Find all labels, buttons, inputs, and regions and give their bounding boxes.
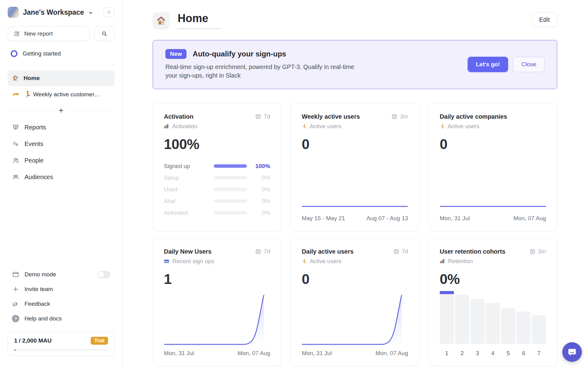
help-docs-item[interactable]: ? Help and docs (8, 311, 115, 326)
funnel-step-pct: 100% (247, 163, 270, 170)
demo-mode-item[interactable]: Demo mode (8, 267, 115, 282)
browser-window-icon (12, 271, 19, 278)
funnel-step-label: Signed up (164, 163, 214, 170)
edit-button[interactable]: Edit (532, 12, 557, 27)
funnel-bar (214, 188, 247, 191)
cohort-label: 4 (486, 350, 500, 357)
banner-title: Auto-qualify your sign-ups (193, 50, 286, 58)
feedback-item[interactable]: Feedback (8, 297, 115, 311)
sidebar-item-events[interactable]: Events (8, 136, 115, 152)
runner-icon (302, 259, 307, 264)
activation-funnel: Signed up100%Setup0%Used0%Aha!0%Activate… (164, 163, 270, 216)
funnel-step-label: Aha! (164, 198, 214, 205)
cohort-bar[interactable] (501, 308, 515, 344)
card-subtitle: Active users (302, 258, 408, 265)
spike-line-chart: Mon, 31 Jul Mon, 07 Aug (164, 294, 270, 357)
workspace-switcher[interactable]: Jane's Workspace (8, 7, 115, 18)
search-button[interactable] (94, 26, 115, 41)
page-title[interactable]: Home (178, 12, 221, 25)
new-button-icon: NEW (164, 259, 169, 264)
cohort-label: 3 (470, 350, 484, 357)
add-report-button[interactable]: + (8, 106, 115, 115)
cursor-click-icon (12, 140, 19, 148)
sidebar-item-pinned-report[interactable]: 🏃 Weekly active customer… (8, 86, 115, 102)
cohort-bar[interactable] (440, 291, 454, 344)
sidebar-item-audiences[interactable]: Audiences (8, 169, 115, 185)
calendar-icon (530, 248, 536, 255)
cohort-label: 7 (532, 350, 546, 357)
cohort-label: 6 (517, 350, 531, 357)
help-docs-label: Help and docs (24, 315, 62, 322)
workspace-name: Jane's Workspace (23, 8, 84, 17)
card-daily-new-users[interactable]: Daily New Users 7d NEW Recent sign ups 1 (153, 238, 281, 366)
sidebar-item-reports[interactable]: Reports (8, 119, 115, 136)
x-axis-start: Mon, 31 Jul (164, 350, 194, 357)
invite-team-label: Invite team (24, 286, 53, 293)
getting-started-item[interactable]: Getting started (8, 50, 115, 57)
card-subtitle: Activation (164, 123, 270, 130)
card-subtitle: Active users (302, 123, 408, 130)
funnel-row: Aha!0% (164, 198, 270, 205)
x-axis-end: Aug 07 - Aug 13 (366, 215, 408, 222)
new-badge: New (165, 49, 187, 59)
calendar-icon (393, 248, 399, 255)
invite-team-item[interactable]: Invite team (8, 282, 115, 297)
workspace-avatar (8, 7, 19, 18)
user-group-icon (12, 173, 19, 181)
search-icon (101, 30, 108, 37)
mau-progress-bar (14, 349, 108, 351)
collapse-sidebar-button[interactable] (104, 7, 115, 17)
card-user-retention-cohorts[interactable]: User retention cohorts 3m Retention 0% 1… (428, 238, 557, 366)
plus-icon (12, 286, 19, 293)
cards-grid: Activation 7d Activation 100% Signed up1… (153, 103, 557, 366)
chat-bubble-icon (567, 347, 577, 357)
trial-badge: Trial (91, 337, 108, 345)
app-window: Jane's Workspace New report Getting star… (0, 0, 588, 368)
lets-go-button[interactable]: Let's go! (468, 57, 508, 72)
sidebar-footer: Demo mode Invite team Feedback ? Help an… (8, 267, 115, 356)
x-axis-end: Mon, 07 Aug (238, 350, 270, 357)
close-banner-button[interactable]: Close (513, 57, 545, 72)
title-dashed-underline (178, 28, 221, 29)
chat-launcher-button[interactable] (562, 342, 582, 362)
card-daily-active-companies[interactable]: Daily active companies Active users 0 Mo… (428, 103, 557, 231)
sidebar: Jane's Workspace New report Getting star… (0, 0, 123, 368)
sidebar-item-label: Reports (24, 124, 46, 131)
card-weekly-active-users[interactable]: Weekly active users 3m Active users 0 Ma… (290, 103, 419, 231)
page-emoji-tile[interactable] (153, 12, 170, 29)
card-value: 0% (440, 271, 546, 287)
cohort-bar[interactable] (532, 315, 546, 344)
x-axis-start: May 15 - May 21 (302, 215, 345, 222)
card-activation[interactable]: Activation 7d Activation 100% Signed up1… (153, 103, 281, 231)
house-icon (12, 75, 19, 82)
sidebar-item-label: 🏃 Weekly active customer… (24, 91, 100, 98)
svg-text:NEW: NEW (165, 260, 169, 262)
sidebar-item-label: Home (24, 75, 40, 82)
divider (68, 110, 115, 111)
handshake-icon (12, 90, 19, 98)
sidebar-item-home[interactable]: Home (8, 70, 115, 86)
card-value: 1 (164, 271, 270, 287)
x-axis-end: Mon, 07 Aug (513, 215, 546, 222)
demo-mode-toggle[interactable] (97, 271, 110, 278)
plus-icon: + (59, 106, 64, 115)
page-header: Home Edit (153, 12, 557, 29)
sidebar-item-people[interactable]: People (8, 152, 115, 169)
card-title: Daily New Users (164, 248, 212, 255)
card-daily-active-users[interactable]: Daily active users 7d Active users 0 (290, 238, 419, 366)
funnel-row: Used0% (164, 186, 270, 193)
cohort-label: 2 (455, 350, 469, 357)
x-axis-start: Mon, 31 Jul (302, 350, 332, 357)
flat-line-chart: May 15 - May 21 Aug 07 - Aug 13 (302, 205, 408, 222)
cohort-bar[interactable] (455, 295, 469, 344)
cohort-bar[interactable] (517, 312, 531, 344)
cohort-bar[interactable] (470, 299, 484, 344)
users-icon (12, 157, 19, 164)
funnel-step-pct: 0% (247, 186, 270, 193)
cohort-bar[interactable] (486, 303, 500, 343)
cohort-bars (440, 291, 546, 344)
card-subtitle: Retention (440, 258, 546, 265)
usage-card[interactable]: 1 / 2,000 MAU Trial (8, 332, 115, 356)
funnel-row: Setup0% (164, 174, 270, 181)
new-report-button[interactable]: New report (8, 26, 90, 41)
